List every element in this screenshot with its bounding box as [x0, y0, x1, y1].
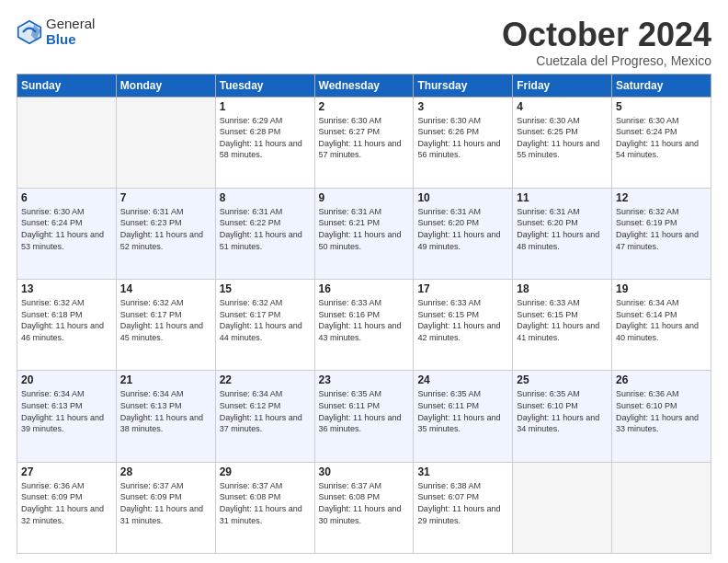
header: General Blue October 2024 Cuetzala del P…: [17, 17, 711, 68]
day-info: Sunrise: 6:34 AMSunset: 6:12 PMDaylight:…: [220, 388, 311, 434]
day-number: 9: [319, 191, 410, 204]
day-info: Sunrise: 6:31 AMSunset: 6:22 PMDaylight:…: [220, 206, 311, 252]
day-number: 15: [220, 282, 311, 295]
calendar-day-cell: 8Sunrise: 6:31 AMSunset: 6:22 PMDaylight…: [215, 188, 314, 279]
calendar-day-cell: 7Sunrise: 6:31 AMSunset: 6:23 PMDaylight…: [116, 188, 215, 279]
calendar-day-cell: 3Sunrise: 6:30 AMSunset: 6:26 PMDaylight…: [414, 97, 513, 188]
day-info: Sunrise: 6:36 AMSunset: 6:10 PMDaylight:…: [616, 388, 707, 434]
day-header-thursday: Thursday: [414, 74, 513, 97]
title-block: October 2024 Cuetzala del Progreso, Mexi…: [502, 17, 711, 68]
calendar-day-cell: [612, 462, 711, 553]
calendar-day-cell: 14Sunrise: 6:32 AMSunset: 6:17 PMDayligh…: [116, 280, 215, 371]
logo-line2: Blue: [46, 32, 95, 48]
calendar-day-cell: 2Sunrise: 6:30 AMSunset: 6:27 PMDaylight…: [314, 97, 414, 188]
calendar-day-cell: 20Sunrise: 6:34 AMSunset: 6:13 PMDayligh…: [17, 371, 117, 462]
day-number: 2: [319, 100, 410, 113]
day-number: 19: [616, 282, 707, 295]
calendar-day-cell: 15Sunrise: 6:32 AMSunset: 6:17 PMDayligh…: [215, 280, 314, 371]
day-number: 12: [616, 191, 707, 204]
day-number: 31: [417, 465, 508, 478]
day-info: Sunrise: 6:34 AMSunset: 6:14 PMDaylight:…: [616, 297, 707, 343]
day-info: Sunrise: 6:35 AMSunset: 6:11 PMDaylight:…: [417, 388, 508, 434]
day-number: 21: [120, 373, 211, 386]
day-number: 28: [120, 465, 211, 478]
calendar-day-cell: 31Sunrise: 6:38 AMSunset: 6:07 PMDayligh…: [414, 462, 513, 553]
calendar-day-cell: 1Sunrise: 6:29 AMSunset: 6:28 PMDaylight…: [215, 97, 314, 188]
calendar-day-cell: 6Sunrise: 6:30 AMSunset: 6:24 PMDaylight…: [17, 188, 117, 279]
calendar-day-cell: 26Sunrise: 6:36 AMSunset: 6:10 PMDayligh…: [612, 371, 711, 462]
day-number: 1: [220, 100, 311, 113]
day-info: Sunrise: 6:34 AMSunset: 6:13 PMDaylight:…: [21, 388, 112, 434]
day-info: Sunrise: 6:33 AMSunset: 6:16 PMDaylight:…: [319, 297, 410, 343]
day-info: Sunrise: 6:35 AMSunset: 6:11 PMDaylight:…: [319, 388, 410, 434]
day-number: 3: [417, 100, 508, 113]
day-number: 7: [120, 191, 211, 204]
calendar-day-cell: 19Sunrise: 6:34 AMSunset: 6:14 PMDayligh…: [612, 280, 711, 371]
day-header-wednesday: Wednesday: [314, 74, 414, 97]
day-number: 5: [616, 100, 707, 113]
calendar-week-row: 1Sunrise: 6:29 AMSunset: 6:28 PMDaylight…: [17, 97, 711, 188]
day-number: 23: [319, 373, 410, 386]
day-header-tuesday: Tuesday: [215, 74, 314, 97]
calendar-day-cell: 27Sunrise: 6:36 AMSunset: 6:09 PMDayligh…: [17, 462, 117, 553]
calendar-week-row: 20Sunrise: 6:34 AMSunset: 6:13 PMDayligh…: [17, 371, 711, 462]
day-info: Sunrise: 6:30 AMSunset: 6:24 PMDaylight:…: [21, 206, 112, 252]
logo: General Blue: [17, 17, 95, 47]
day-info: Sunrise: 6:31 AMSunset: 6:23 PMDaylight:…: [120, 206, 211, 252]
calendar-day-cell: 22Sunrise: 6:34 AMSunset: 6:12 PMDayligh…: [215, 371, 314, 462]
calendar-day-cell: 9Sunrise: 6:31 AMSunset: 6:21 PMDaylight…: [314, 188, 414, 279]
day-number: 27: [21, 465, 112, 478]
calendar-day-cell: 4Sunrise: 6:30 AMSunset: 6:25 PMDaylight…: [513, 97, 612, 188]
day-number: 8: [220, 191, 311, 204]
calendar-header-row: SundayMondayTuesdayWednesdayThursdayFrid…: [17, 74, 711, 97]
day-number: 25: [517, 373, 608, 386]
calendar-day-cell: 12Sunrise: 6:32 AMSunset: 6:19 PMDayligh…: [612, 188, 711, 279]
day-info: Sunrise: 6:30 AMSunset: 6:25 PMDaylight:…: [517, 115, 608, 161]
calendar-day-cell: 29Sunrise: 6:37 AMSunset: 6:08 PMDayligh…: [215, 462, 314, 553]
day-number: 16: [319, 282, 410, 295]
day-number: 17: [417, 282, 508, 295]
day-info: Sunrise: 6:32 AMSunset: 6:17 PMDaylight:…: [120, 297, 211, 343]
day-number: 20: [21, 373, 112, 386]
calendar-day-cell: 17Sunrise: 6:33 AMSunset: 6:15 PMDayligh…: [414, 280, 513, 371]
day-info: Sunrise: 6:33 AMSunset: 6:15 PMDaylight:…: [417, 297, 508, 343]
logo-icon: [17, 19, 42, 45]
day-header-monday: Monday: [116, 74, 215, 97]
day-header-sunday: Sunday: [17, 74, 117, 97]
calendar-day-cell: [513, 462, 612, 553]
day-info: Sunrise: 6:30 AMSunset: 6:26 PMDaylight:…: [417, 115, 508, 161]
day-number: 24: [417, 373, 508, 386]
day-number: 10: [417, 191, 508, 204]
page: General Blue October 2024 Cuetzala del P…: [0, 0, 728, 563]
day-number: 30: [319, 465, 410, 478]
day-number: 11: [517, 191, 608, 204]
day-header-friday: Friday: [513, 74, 612, 97]
day-header-saturday: Saturday: [612, 74, 711, 97]
day-number: 29: [220, 465, 311, 478]
day-info: Sunrise: 6:30 AMSunset: 6:24 PMDaylight:…: [616, 115, 707, 161]
day-info: Sunrise: 6:29 AMSunset: 6:28 PMDaylight:…: [220, 115, 311, 161]
logo-text: General Blue: [46, 17, 95, 47]
day-info: Sunrise: 6:31 AMSunset: 6:20 PMDaylight:…: [417, 206, 508, 252]
calendar: SundayMondayTuesdayWednesdayThursdayFrid…: [17, 74, 711, 554]
day-info: Sunrise: 6:31 AMSunset: 6:21 PMDaylight:…: [319, 206, 410, 252]
day-number: 6: [21, 191, 112, 204]
day-info: Sunrise: 6:32 AMSunset: 6:17 PMDaylight:…: [220, 297, 311, 343]
calendar-day-cell: 21Sunrise: 6:34 AMSunset: 6:13 PMDayligh…: [116, 371, 215, 462]
month-title: October 2024: [502, 17, 711, 53]
day-info: Sunrise: 6:37 AMSunset: 6:08 PMDaylight:…: [319, 480, 410, 526]
day-info: Sunrise: 6:38 AMSunset: 6:07 PMDaylight:…: [417, 480, 508, 526]
calendar-day-cell: 18Sunrise: 6:33 AMSunset: 6:15 PMDayligh…: [513, 280, 612, 371]
logo-line1: General: [46, 17, 95, 32]
day-number: 18: [517, 282, 608, 295]
day-number: 14: [120, 282, 211, 295]
day-info: Sunrise: 6:37 AMSunset: 6:09 PMDaylight:…: [120, 480, 211, 526]
day-info: Sunrise: 6:32 AMSunset: 6:18 PMDaylight:…: [21, 297, 112, 343]
day-info: Sunrise: 6:36 AMSunset: 6:09 PMDaylight:…: [21, 480, 112, 526]
calendar-day-cell: 16Sunrise: 6:33 AMSunset: 6:16 PMDayligh…: [314, 280, 414, 371]
day-info: Sunrise: 6:32 AMSunset: 6:19 PMDaylight:…: [616, 206, 707, 252]
calendar-day-cell: 11Sunrise: 6:31 AMSunset: 6:20 PMDayligh…: [513, 188, 612, 279]
calendar-week-row: 27Sunrise: 6:36 AMSunset: 6:09 PMDayligh…: [17, 462, 711, 553]
day-number: 13: [21, 282, 112, 295]
day-info: Sunrise: 6:33 AMSunset: 6:15 PMDaylight:…: [517, 297, 608, 343]
